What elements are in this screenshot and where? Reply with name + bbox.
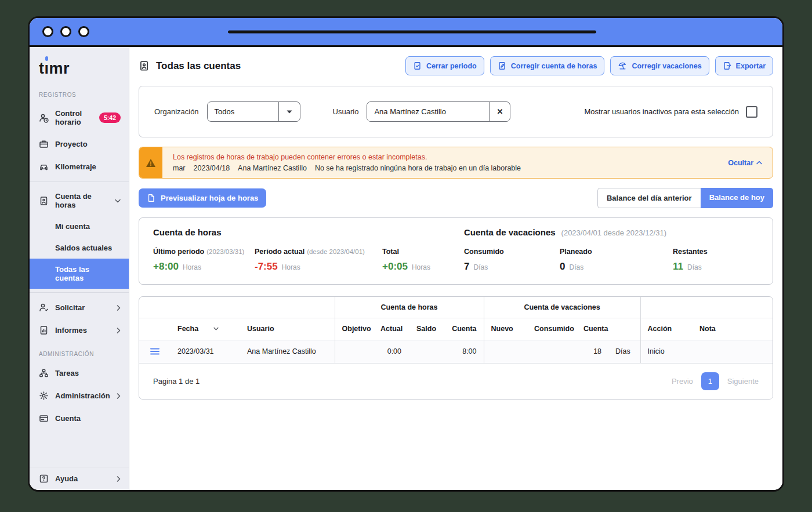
last-period-stat: Último período(2023/03/31) +8:00Horas	[153, 248, 255, 273]
planned-stat: Planeado 0Días	[560, 248, 673, 273]
sort-chevron-icon[interactable]	[213, 327, 219, 331]
app-window: tımr REGISTROS Control horario 5:42 Proy…	[28, 16, 784, 492]
cell-usuario: Ana Martínez Castillo	[240, 340, 335, 363]
row-menu-icon[interactable]	[146, 348, 164, 355]
stat-value: 7	[464, 261, 469, 273]
sidebar-item-label: Informes	[55, 326, 87, 335]
warning-detail: mar 2023/04/18 Ana Martínez Castillo No …	[173, 164, 707, 172]
warning-banner: Los registros de horas de trabajo pueden…	[139, 147, 773, 179]
beach-umbrella-icon	[618, 61, 627, 70]
usuario-input[interactable]	[367, 102, 489, 121]
column-header-saldo[interactable]: Saldo	[408, 318, 443, 340]
person-check-icon	[39, 303, 49, 313]
cell-nuevo	[484, 340, 527, 363]
total-stat: Total +0:05Horas	[382, 248, 430, 273]
corregir-horas-button[interactable]: Corregir cuenta de horas	[490, 56, 605, 75]
accounts-table-card: Cuenta de horas Cuenta de vacaciones Fec…	[139, 296, 773, 400]
stat-value: 0	[560, 261, 565, 273]
cerrar-periodo-button[interactable]: Cerrar periodo	[405, 56, 484, 75]
person-clock-icon	[39, 113, 49, 123]
sidebar-item-tareas[interactable]: Tareas	[30, 362, 129, 384]
sidebar-item-saldos-actuales[interactable]: Saldos actuales	[30, 237, 129, 259]
clear-icon[interactable]: ✕	[489, 102, 510, 121]
document-check-icon	[413, 61, 422, 70]
export-icon	[723, 61, 731, 70]
main-content: Todas las cuentas Cerrar periodo Corregi…	[129, 47, 782, 490]
stat-unit: Días	[569, 263, 583, 271]
sidebar-item-label: Kilometraje	[55, 162, 96, 171]
column-header-actual[interactable]: Actual	[374, 318, 408, 340]
sidebar-item-label: Administración	[55, 391, 110, 400]
sidebar-item-label: Solicitar	[55, 303, 85, 312]
warning-text: No se ha registrado ningúna hora de trab…	[315, 164, 521, 172]
cell-objetivo	[335, 340, 374, 363]
group-header-empty	[139, 297, 335, 318]
consumed-stat: Consumido 7Días	[464, 248, 560, 273]
column-header-consumido[interactable]: Consumido	[527, 318, 577, 340]
column-header-menu	[139, 318, 171, 340]
sidebar-item-informes[interactable]: Informes	[30, 319, 129, 342]
sidebar-item-mi-cuenta[interactable]: Mi cuenta	[30, 216, 129, 237]
preview-timesheet-button[interactable]: Previsualizar hoja de horas	[139, 188, 266, 208]
column-header-usuario[interactable]: Usuario	[240, 318, 335, 340]
sidebar-divider	[30, 181, 129, 182]
column-header-cuenta[interactable]: Cuenta	[443, 318, 484, 340]
sidebar-item-todas-las-cuentas[interactable]: Todas las cuentas	[30, 259, 129, 289]
stat-unit: Horas	[412, 263, 430, 271]
cell-nota	[693, 340, 773, 363]
column-header-objetivo[interactable]: Objetivo	[335, 318, 374, 340]
sidebar-item-kilometraje[interactable]: Kilometraje	[30, 155, 129, 178]
window-control-dot[interactable]	[78, 26, 89, 37]
balance-previous-day-button[interactable]: Balance del día anterior	[597, 188, 701, 208]
group-header-vacation: Cuenta de vacaciones	[484, 297, 640, 318]
show-inactive-checkbox[interactable]	[746, 106, 757, 118]
titlebar-decoration-line	[228, 30, 596, 33]
column-header-nuevo[interactable]: Nuevo	[484, 318, 527, 340]
document-edit-icon	[498, 61, 506, 70]
current-period-stat: Período actual(desde 2023/04/01) -7:55Ho…	[255, 248, 382, 273]
logo-i-accent: ı	[45, 60, 49, 78]
window-control-dot[interactable]	[60, 26, 71, 37]
action-row: Previsualizar hoja de horas Balance del …	[139, 188, 773, 208]
column-header-fecha[interactable]: Fecha	[171, 318, 240, 340]
sidebar-item-cuenta-de-horas[interactable]: Cuenta de horas	[30, 186, 129, 216]
usuario-input-wrap: ✕	[367, 101, 510, 122]
stat-unit: Días	[473, 263, 488, 271]
sidebar-item-label: Control horario	[55, 109, 88, 126]
dropdown-caret-icon[interactable]	[278, 102, 300, 121]
previous-page-link[interactable]: Previo	[672, 377, 693, 386]
button-label: Cerrar periodo	[426, 62, 477, 70]
stat-date: (desde 2023/04/01)	[307, 248, 365, 255]
window-control-dot[interactable]	[42, 26, 53, 37]
column-header-cuenta-vac[interactable]: Cuenta	[577, 318, 608, 340]
corregir-vacaciones-button[interactable]: Corregir vacaciones	[610, 56, 709, 75]
exportar-button[interactable]: Exportar	[715, 56, 773, 75]
button-label: Exportar	[736, 62, 766, 70]
stat-unit: Horas	[183, 263, 201, 271]
car-icon	[39, 162, 49, 172]
filter-bar: Organización Todos Usuario ✕ Mostrar usu…	[139, 86, 773, 137]
card-icon	[39, 413, 49, 423]
sidebar-item-ayuda[interactable]: Ayuda	[30, 467, 129, 490]
sidebar-section-administracion: ADMINISTRACIÓN	[30, 342, 129, 362]
warning-day: mar	[173, 164, 186, 172]
sidebar-item-solicitar[interactable]: Solicitar	[30, 296, 129, 319]
sidebar-item-cuenta[interactable]: Cuenta	[30, 407, 129, 430]
sidebar-item-control-horario[interactable]: Control horario 5:42	[30, 103, 129, 133]
organizacion-select[interactable]: Todos	[207, 101, 300, 122]
balance-today-button[interactable]: Balance de hoy	[701, 188, 773, 208]
next-page-link[interactable]: Siguiente	[727, 377, 759, 386]
column-header-nota[interactable]: Nota	[693, 318, 773, 340]
hide-warning-link[interactable]: Ocultar	[717, 147, 773, 178]
chevron-right-icon	[117, 476, 121, 482]
current-page-button[interactable]: 1	[701, 372, 719, 390]
sidebar-item-label: Ayuda	[55, 474, 78, 483]
sidebar-item-label: Cuenta de horas	[55, 192, 108, 209]
column-header-accion[interactable]: Acción	[640, 318, 693, 340]
stat-value: +0:05	[382, 261, 408, 273]
table-row[interactable]: 2023/03/31 Ana Martínez Castillo 0:00 8:…	[139, 340, 773, 363]
organizacion-label: Organización	[154, 107, 199, 116]
sidebar-item-proyecto[interactable]: Proyecto	[30, 133, 129, 155]
sidebar-item-administracion[interactable]: Administración	[30, 384, 129, 407]
show-inactive-label: Mostrar usuarios inactivos para esta sel…	[584, 107, 739, 116]
